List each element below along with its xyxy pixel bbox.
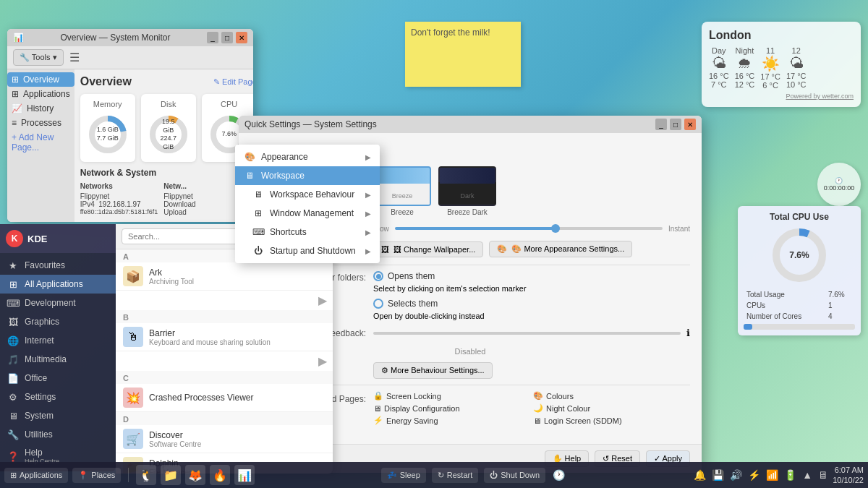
mu-colours[interactable]: 🎨 Colours: [533, 391, 690, 401]
sysmon-maximize-btn[interactable]: □: [221, 32, 233, 43]
applications-btn[interactable]: ⊞ Applications: [4, 468, 68, 483]
mu-night-colour[interactable]: 🌙 Night Colour: [533, 403, 690, 413]
cpu-card-title: CPU: [208, 100, 251, 108]
qs-minimize-btn[interactable]: _: [655, 119, 667, 130]
barrier-name: Barrier: [149, 328, 271, 338]
sleep-label: Sleep: [400, 471, 420, 479]
section-b-expand[interactable]: ▶: [318, 354, 327, 368]
sysmon-tools-btn[interactable]: 🔧 Tools ▾: [13, 49, 64, 66]
opens-them-option[interactable]: Opens them: [373, 271, 527, 281]
mu-login[interactable]: 🖥 Login Screen (SDDM): [533, 416, 690, 425]
ctx-window-management[interactable]: ⊞ Window Management ▶: [235, 204, 380, 223]
cores-label: Number of Cores: [745, 312, 825, 321]
theme-breeze[interactable]: Breeze Breeze: [373, 166, 431, 216]
feedback-slider[interactable]: [373, 332, 681, 335]
taskbar-right: 🔔 💾 🔊 ⚡ 📶 🔋 ▲ 🖥 6:07 AM 10/10/22: [692, 465, 864, 486]
launcher-graphics[interactable]: 🖼 Graphics: [0, 312, 116, 331]
launcher-internet[interactable]: 🌐 Internet: [0, 331, 116, 350]
cpu-donut: 7.6%: [770, 226, 828, 284]
taskbar-center: 💤 Sleep ↻ Restart ⏻ Shut Down 🕐: [381, 468, 566, 483]
launcher-system[interactable]: 🖥 System: [0, 406, 116, 425]
section-a-expand[interactable]: ▶: [318, 294, 327, 307]
taskbar-app-1[interactable]: 🐧: [136, 465, 156, 485]
usb-icon[interactable]: 💾: [710, 468, 726, 482]
more-appearance-btn[interactable]: 🎨 🎨 More Appearance Settings...: [489, 241, 632, 257]
theme-dark[interactable]: Dark Breeze Dark: [438, 166, 496, 216]
restart-btn[interactable]: ↻ Restart: [432, 468, 478, 483]
qs-close-btn[interactable]: ✕: [684, 119, 696, 130]
wifi-icon[interactable]: 📶: [765, 468, 780, 482]
sysmon-nav-overview[interactable]: ⊞ Overview: [7, 72, 75, 87]
internet-icon: 🌐: [7, 335, 19, 346]
places-btn[interactable]: 📍 Places: [72, 468, 121, 483]
startup-label: Startup and Shutdown: [270, 246, 356, 256]
selects-radio[interactable]: [373, 299, 383, 309]
crashed-name: Crashed Processes Viewer: [149, 393, 254, 403]
discover-icon: 🛒: [123, 429, 143, 449]
change-wallpaper-btn[interactable]: 🖼 🖼 Change Wallpaper...: [373, 241, 483, 257]
launcher-favourites[interactable]: ★ Favourites: [0, 256, 116, 275]
app-crashed[interactable]: 💥 Crashed Processes Viewer: [116, 384, 333, 412]
taskbar-app-5[interactable]: 📊: [234, 465, 255, 485]
opens-radio[interactable]: [373, 271, 383, 281]
sysmon-nav-processes[interactable]: ≡ Processes: [7, 116, 75, 130]
night-icon: 🌙: [533, 403, 543, 413]
add-new-page[interactable]: + Add New Page...: [7, 130, 75, 155]
taskbar-left: ⊞ Applications 📍 Places 🐧 📁 🦊 🔥 📊: [4, 465, 255, 485]
sysmon-nav-applications[interactable]: ⊞ Applications: [7, 87, 75, 101]
launcher-development[interactable]: ⌨ Development: [0, 294, 116, 312]
dark-thumb[interactable]: Dark: [438, 166, 496, 206]
breeze-thumb[interactable]: Breeze: [373, 166, 431, 206]
app-discover[interactable]: 🛒 Discover Software Centre: [116, 425, 333, 453]
bluetooth-icon[interactable]: ⚡: [746, 468, 762, 482]
total-usage-val: 7.6%: [827, 290, 854, 299]
clock-tray[interactable]: 6:07 AM 10/10/22: [833, 465, 864, 486]
launcher-settings[interactable]: ⚙ Settings: [0, 388, 116, 406]
sleep-btn[interactable]: 💤 Sleep: [381, 468, 426, 483]
sysmon-close-btn[interactable]: ✕: [236, 32, 247, 43]
ctx-startup[interactable]: ⏻ Startup and Shutdown ▶: [235, 241, 380, 260]
winmgmt-label: Window Management: [270, 208, 354, 218]
notifications-icon[interactable]: 🔔: [692, 468, 707, 482]
ctx-workspace-behaviour[interactable]: 🖥 Workspace Behaviour ▶: [235, 185, 380, 204]
disk-card: Disk 19.5 GiB224.7 GiB: [141, 94, 196, 162]
memory-card: Memory 1.6 GiB7.7 GiB: [80, 94, 135, 162]
launcher-office[interactable]: 📄 Office: [0, 369, 116, 388]
mu-energy[interactable]: ⚡ Energy Saving: [373, 416, 530, 425]
sysmon-minimize-btn[interactable]: _: [207, 32, 218, 43]
memory-label: 1.6 GiB7.7 GiB: [97, 126, 119, 142]
launcher-multimedia[interactable]: 🎵 Multimedia: [0, 350, 116, 369]
net-title: Network & System: [80, 168, 253, 178]
qs-maximize-btn[interactable]: □: [670, 119, 681, 130]
qs-titlebar: Quick Settings — System Settings _ □ ✕: [239, 116, 702, 133]
volume-icon[interactable]: 🔊: [728, 468, 744, 482]
taskbar-app-4[interactable]: 🔥: [210, 465, 230, 485]
context-menu: 🎨 Appearance ▶ 🖥 Workspace 🖥 Workspace B…: [235, 145, 380, 263]
taskbar-app-3[interactable]: 🦊: [185, 465, 205, 485]
history-label: History: [27, 103, 54, 114]
up-arrow-icon[interactable]: ▲: [801, 468, 814, 482]
ctx-shortcuts[interactable]: ⌨ Shortcuts ▶: [235, 223, 380, 241]
taskbar-app-2[interactable]: 📁: [161, 465, 181, 485]
edit-page-btn[interactable]: ✎ Edit Page: [213, 77, 253, 87]
app-barrier[interactable]: 🖱 Barrier Keyboard and mouse sharing sol…: [116, 323, 333, 351]
shutdown-btn[interactable]: ⏻ Shut Down: [484, 468, 545, 483]
memory-title: Memory: [86, 100, 129, 108]
section-a-more: ▶: [116, 291, 333, 310]
more-behaviour-btn[interactable]: ⚙ More Behaviour Settings...: [373, 362, 493, 379]
battery-icon[interactable]: 🔋: [783, 468, 798, 482]
selects-them-option[interactable]: Selects them: [373, 299, 527, 309]
sysmon-nav-history[interactable]: 📈 History: [7, 101, 75, 116]
sysmon-menu-icon[interactable]: ☰: [69, 51, 80, 64]
shutdown-label: Shut Down: [501, 471, 540, 479]
mu-display[interactable]: 🖥 Display Configuration: [373, 403, 530, 413]
launcher-utilities[interactable]: 🔧 Utilities: [0, 425, 116, 444]
animation-slider[interactable]: [395, 227, 663, 230]
app-ark[interactable]: 📦 Ark Archiving Tool: [116, 262, 333, 291]
ctx-workspace[interactable]: 🖥 Workspace: [235, 166, 380, 185]
most-used-grid: 🔒 Screen Locking 🎨 Colours 🖥 Display Con…: [373, 391, 690, 425]
screen-icon[interactable]: 🖥: [817, 468, 830, 482]
ctx-appearance[interactable]: 🎨 Appearance ▶: [235, 147, 380, 166]
mu-screen-locking[interactable]: 🔒 Screen Locking: [373, 391, 530, 401]
launcher-all-apps[interactable]: ⊞ All Applications: [0, 275, 116, 294]
